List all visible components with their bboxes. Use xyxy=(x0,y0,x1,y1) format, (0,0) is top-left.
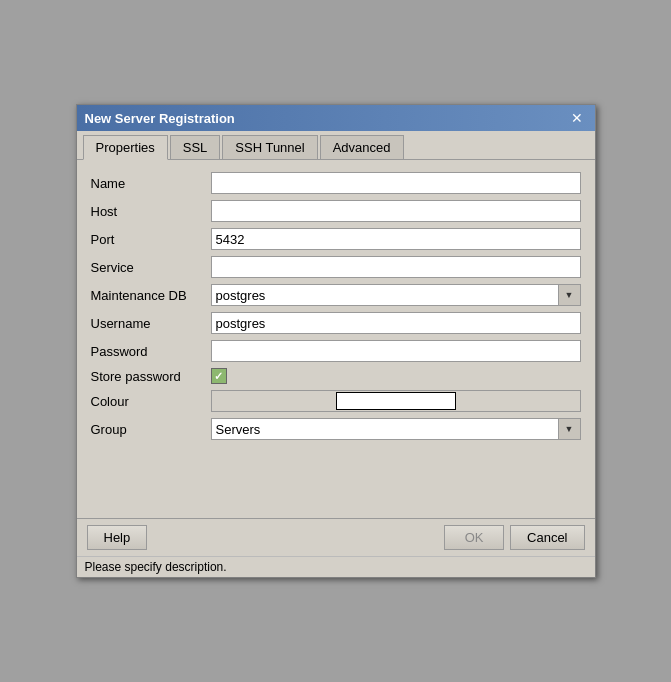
colour-swatch[interactable] xyxy=(336,392,456,410)
tab-advanced[interactable]: Advanced xyxy=(320,135,404,159)
host-label: Host xyxy=(91,204,211,219)
group-input[interactable] xyxy=(211,418,559,440)
password-input[interactable] xyxy=(211,340,581,362)
maintenance-db-label: Maintenance DB xyxy=(91,288,211,303)
dialog-title: New Server Registration xyxy=(85,111,235,126)
store-password-label: Store password xyxy=(91,369,211,384)
action-buttons: OK Cancel xyxy=(444,525,584,550)
tab-properties[interactable]: Properties xyxy=(83,135,168,160)
host-input[interactable] xyxy=(211,200,581,222)
title-bar: New Server Registration ✕ xyxy=(77,105,595,131)
username-label: Username xyxy=(91,316,211,331)
dialog: New Server Registration ✕ Properties SSL… xyxy=(76,104,596,578)
colour-input-area[interactable] xyxy=(211,390,581,412)
host-row: Host xyxy=(91,200,581,222)
colour-row: Colour xyxy=(91,390,581,412)
spacer xyxy=(91,446,581,506)
status-text: Please specify description. xyxy=(85,560,227,574)
password-label: Password xyxy=(91,344,211,359)
username-input[interactable] xyxy=(211,312,581,334)
service-input[interactable] xyxy=(211,256,581,278)
ok-button[interactable]: OK xyxy=(444,525,504,550)
store-password-row: Store password xyxy=(91,368,581,384)
maintenance-db-wrapper xyxy=(211,284,581,306)
form-content: Name Host Port Service Maintenance DB xyxy=(77,160,595,518)
password-row: Password xyxy=(91,340,581,362)
service-row: Service xyxy=(91,256,581,278)
bottom-bar: Help OK Cancel xyxy=(77,518,595,556)
maintenance-db-dropdown-arrow[interactable] xyxy=(559,284,581,306)
help-button[interactable]: Help xyxy=(87,525,148,550)
tab-bar: Properties SSL SSH Tunnel Advanced xyxy=(77,131,595,160)
store-password-checkbox[interactable] xyxy=(211,368,227,384)
group-wrapper xyxy=(211,418,581,440)
colour-label: Colour xyxy=(91,394,211,409)
tab-ssl[interactable]: SSL xyxy=(170,135,221,159)
status-bar: Please specify description. xyxy=(77,556,595,577)
port-row: Port xyxy=(91,228,581,250)
service-label: Service xyxy=(91,260,211,275)
port-label: Port xyxy=(91,232,211,247)
store-password-checkbox-wrapper xyxy=(211,368,227,384)
group-label: Group xyxy=(91,422,211,437)
maintenance-db-input[interactable] xyxy=(211,284,559,306)
cancel-button[interactable]: Cancel xyxy=(510,525,584,550)
name-input[interactable] xyxy=(211,172,581,194)
close-button[interactable]: ✕ xyxy=(567,110,587,126)
group-row: Group xyxy=(91,418,581,440)
name-label: Name xyxy=(91,176,211,191)
username-row: Username xyxy=(91,312,581,334)
port-input[interactable] xyxy=(211,228,581,250)
group-dropdown-arrow[interactable] xyxy=(559,418,581,440)
name-row: Name xyxy=(91,172,581,194)
maintenance-db-row: Maintenance DB xyxy=(91,284,581,306)
tab-ssh-tunnel[interactable]: SSH Tunnel xyxy=(222,135,317,159)
